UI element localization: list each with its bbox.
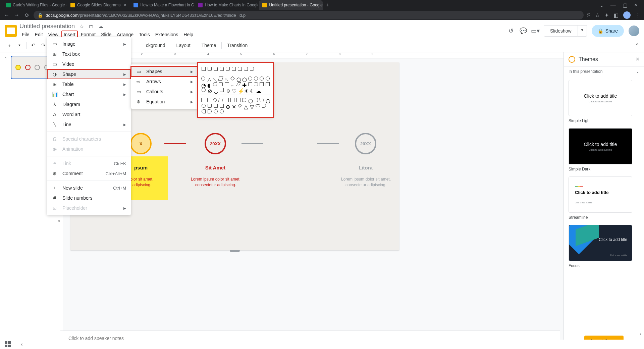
menu-diagram[interactable]: ⅄Diagram [47, 99, 131, 109]
shape-rectangle[interactable] [201, 66, 206, 71]
shape-cube[interactable] [259, 81, 264, 87]
submenu-callouts[interactable]: ▭Callouts▶ [131, 87, 198, 97]
shape-flow-trap2[interactable] [259, 97, 264, 103]
browser-tab[interactable]: Carlo's Writing Files - Google Sh× [3, 0, 66, 10]
install-icon[interactable]: ⎘ [587, 12, 590, 18]
shape-pentagon[interactable]: ⬠ [236, 76, 241, 81]
resize-handle[interactable] [230, 250, 240, 252]
shape-chord[interactable]: ◖ [206, 81, 212, 87]
extensions-icon[interactable]: ✦ [604, 12, 609, 18]
menu-icon[interactable]: ⋮ [635, 12, 641, 18]
menu-video[interactable]: ▭Video [47, 59, 131, 69]
slides-logo-icon[interactable] [5, 25, 17, 37]
slideshow-dropdown[interactable]: ▼ [578, 25, 587, 37]
shape-diamond[interactable] [230, 76, 235, 81]
shape-dodecagon[interactable] [265, 76, 270, 81]
shape-flow-tri[interactable]: △ [243, 103, 249, 108]
chevron-down-icon[interactable]: ⌄ [599, 2, 604, 8]
theme-option[interactable]: Click to add title Click to add subtitle… [569, 177, 639, 220]
timeline-node[interactable]: 20XX [355, 133, 376, 154]
shape-round-rect-4[interactable] [243, 66, 249, 71]
shape-flow-cyl[interactable] [241, 97, 247, 103]
shape-sun[interactable]: ☀ [243, 87, 249, 93]
account-avatar[interactable] [629, 26, 639, 36]
menu-image[interactable]: ▭Image▶ [47, 39, 131, 49]
shape-moon[interactable]: ☾ [249, 87, 255, 93]
menu-comment[interactable]: ⊕CommentCtrl+Alt+M [47, 168, 131, 179]
shape-diag-stripe[interactable] [236, 81, 241, 87]
node-desc[interactable]: Lorem ipsum dolor sit amet,consectetur a… [337, 177, 394, 188]
share-button[interactable]: 🔒Share [592, 25, 624, 37]
shape-flow-ring[interactable] [207, 103, 212, 108]
shape-flow-mag[interactable] [219, 108, 224, 114]
shape-rounded-rect[interactable] [207, 66, 212, 71]
profile-avatar[interactable] [623, 11, 631, 19]
shape-heptagon[interactable] [247, 76, 253, 81]
menu-edit[interactable]: Edit [33, 31, 45, 39]
menu-word-art[interactable]: AWord art [47, 109, 131, 119]
cloud-icon[interactable]: ☁ [98, 23, 103, 30]
shape-round-rect-5[interactable] [249, 66, 255, 71]
submenu-arrows[interactable]: ⇨Arrows▶ [131, 77, 198, 87]
theme-option[interactable]: Click to add titleClick to add subtitle … [569, 128, 639, 172]
shape-flow-rect[interactable] [201, 97, 206, 103]
history-icon[interactable]: ↺ [507, 27, 515, 35]
shape-flow-store[interactable] [201, 108, 206, 114]
slideshow-button[interactable]: Slideshow [544, 25, 578, 37]
extension-icon[interactable]: ◧ [613, 12, 619, 18]
shape-heart[interactable]: ♡ [231, 87, 236, 93]
shape-flow-plus[interactable]: ⊕ [225, 103, 230, 108]
submenu-shapes[interactable]: ▭Shapes▶ [131, 66, 198, 77]
browser-tab[interactable]: Google Slides Diagrams× [67, 0, 129, 10]
themes-section-header[interactable]: In this presentation⌄ [564, 66, 644, 77]
timeline-node[interactable]: X [130, 133, 152, 154]
chevron-left-icon[interactable]: ‹ [21, 341, 22, 347]
shape-teardrop[interactable] [212, 81, 218, 87]
shape-snip-rect-2[interactable] [219, 66, 224, 71]
node-desc[interactable]: Lorem ipsum dolor sit amet,consectetur a… [187, 177, 244, 188]
shape-flow-para[interactable] [218, 97, 223, 103]
menu-line[interactable]: ╲Line▶ [47, 119, 131, 130]
browser-tab-active[interactable]: Untitled presentation - Google Sl× [259, 0, 323, 10]
shape-can[interactable] [253, 81, 259, 87]
theme-button[interactable]: Theme [198, 41, 220, 49]
menu-slide-numbers[interactable]: #Slide numbers [47, 193, 131, 203]
side-panel-toggle[interactable]: ‹ [637, 55, 644, 340]
shape-flow-disp[interactable] [261, 103, 267, 108]
shape-flow-diamond[interactable] [212, 97, 218, 103]
menu-table[interactable]: ⊞Table▶ [47, 79, 131, 89]
menu-extensions[interactable]: Extensions [153, 31, 180, 39]
shape-block-arc[interactable]: ◡ [213, 87, 218, 93]
shape-flow-trap[interactable] [253, 97, 259, 103]
shape-bevel[interactable] [265, 81, 270, 87]
shape-flow-diam2[interactable] [237, 103, 243, 108]
new-tab-button[interactable]: + [323, 2, 332, 8]
theme-option[interactable]: Click to add titleClick to add subtitle … [569, 80, 639, 123]
menu-help[interactable]: Help [181, 31, 196, 39]
back-icon[interactable]: ← [3, 12, 10, 18]
browser-tab[interactable]: How to Make Charts in Google Sl× [195, 0, 258, 10]
shape-flow-rect2[interactable] [224, 97, 229, 103]
comments-icon[interactable]: 💬 [520, 27, 527, 35]
menu-text-box[interactable]: ⊞Text box [47, 49, 131, 59]
reload-icon[interactable]: ⟳ [23, 12, 30, 18]
menu-chart[interactable]: 📊Chart▶ [47, 89, 131, 99]
menu-new-slide[interactable]: +New slideCtrl+M [47, 183, 131, 193]
undo-button[interactable]: ↶ [29, 41, 38, 50]
shape-oval[interactable] [201, 76, 206, 81]
themes-list[interactable]: Click to add titleClick to add subtitle … [564, 77, 644, 333]
shape-smiley[interactable]: ☺ [225, 87, 230, 93]
shape-flow-seq[interactable] [213, 108, 218, 114]
menu-tools[interactable]: Tools [137, 31, 152, 39]
shape-flow-rect4[interactable] [236, 97, 241, 103]
shape-snip-rect-3[interactable] [225, 66, 230, 71]
browser-tab[interactable]: How to Make a Flowchart in Goo× [130, 0, 194, 10]
shape-flow-x[interactable]: ✕ [231, 103, 236, 108]
shape-flow-circle[interactable] [201, 103, 206, 108]
shape-no[interactable]: ⊘ [207, 87, 212, 93]
shape-donut[interactable] [201, 87, 206, 93]
shape-flow-rrect[interactable] [206, 97, 212, 103]
shape-triangle[interactable]: △ [206, 76, 212, 81]
shape-hexagon[interactable]: ⬡ [241, 76, 247, 81]
menu-shape[interactable]: ◑Shape▶ [47, 69, 131, 79]
